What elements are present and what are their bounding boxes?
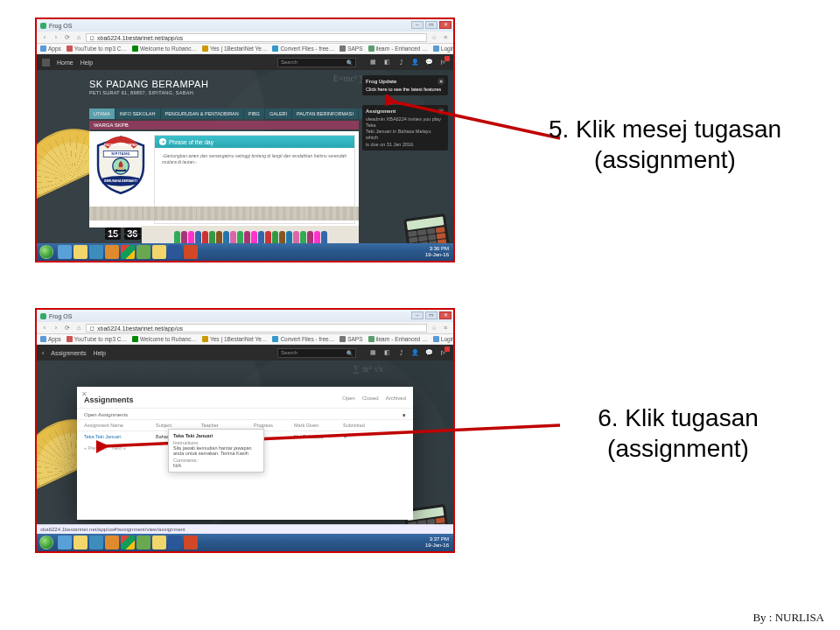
chat-icon[interactable]: 💬	[424, 58, 434, 67]
tab-utama[interactable]: UTAMA	[89, 108, 116, 119]
taskbar-ie-icon[interactable]	[58, 245, 72, 259]
taskbar-word-icon[interactable]	[168, 245, 182, 259]
taskbar-app-icon[interactable]	[89, 245, 103, 259]
bookmark-item[interactable]: Login to Frog	[433, 46, 453, 52]
bookmark-item[interactable]: Convert Files - free…	[272, 46, 334, 52]
tab-pautan[interactable]: PAUTAN BERINFORMASI	[292, 108, 359, 119]
search-input[interactable]: Search🔍	[277, 348, 356, 358]
bookmark-item[interactable]: YouTube to mp3 C…	[66, 336, 127, 342]
assignment-link[interactable]: Teka Teki Januari	[84, 434, 156, 439]
window-close-button[interactable]: ✕	[439, 312, 452, 319]
bookmark-item[interactable]: Welcome to Rubanc…	[132, 336, 197, 342]
window-maximize-button[interactable]: ▭	[425, 312, 438, 319]
taskbar-powerpoint-icon[interactable]	[184, 245, 198, 259]
tab-pibg[interactable]: PIBG	[244, 108, 265, 119]
nav-home-label[interactable]: Home	[57, 60, 74, 66]
nav-reload-icon[interactable]: ⟳	[63, 33, 72, 42]
bookmark-item[interactable]: SAPS	[340, 46, 362, 52]
window-minimize-button[interactable]: –	[411, 312, 424, 319]
url-field[interactable]: 🗋xba6224.1bestarinet.net/app/os	[86, 324, 427, 332]
taskbar-app-icon[interactable]	[136, 536, 150, 550]
nav-help-label[interactable]: Help	[80, 60, 93, 66]
user-icon[interactable]: 👤	[410, 348, 420, 358]
taskbar-chrome-icon[interactable]	[121, 245, 135, 259]
close-icon[interactable]: ✕	[438, 108, 444, 115]
share-icon[interactable]: ⤴	[396, 58, 406, 67]
window-maximize-button[interactable]: ▭	[425, 21, 438, 29]
subtab-open-assignments[interactable]: Open Assignments	[84, 412, 128, 417]
bookmark-star-icon[interactable]: ☆	[430, 33, 438, 42]
taskbar-clock[interactable]: 3:37 PM19-Jan-16	[425, 536, 451, 548]
filter-icon[interactable]: ▾	[402, 412, 406, 419]
taskbar-powerpoint-icon[interactable]	[184, 536, 198, 550]
bookmark-item[interactable]: Login to Frog	[433, 336, 453, 342]
taskbar-folder-icon[interactable]	[152, 245, 166, 259]
grid-icon[interactable]: ▦	[368, 348, 378, 358]
tab-pengurusan[interactable]: PENGURUSAN & PENTADBIRAN	[161, 108, 244, 119]
share-icon[interactable]: ⤴	[396, 348, 406, 358]
window-close-button[interactable]: ✕	[439, 21, 452, 29]
taskbar-ie-icon[interactable]	[58, 536, 72, 550]
tab-info-sekolah[interactable]: INFO SEKOLAH	[116, 108, 161, 119]
svg-text:PADANG BERAMPAH: PADANG BERAMPAH	[104, 144, 137, 147]
nav-home-icon[interactable]: ⌂	[74, 33, 83, 42]
nav-home-icon[interactable]: ⌂	[74, 324, 83, 332]
pager-next[interactable]: Next »	[112, 445, 126, 451]
phrase-header: ❝ Phrase of the day	[155, 136, 354, 148]
home-icon[interactable]	[42, 59, 50, 66]
nav-help-label[interactable]: Help	[93, 350, 105, 356]
nav-back-icon[interactable]: ‹	[40, 324, 49, 332]
bookmark-item[interactable]: Apps	[40, 46, 61, 52]
taskbar-chrome-icon[interactable]	[121, 536, 135, 550]
tab-archived[interactable]: Archived	[386, 396, 406, 401]
taskbar-app-icon[interactable]	[89, 536, 103, 550]
notification-icon[interactable]: 🏳	[438, 58, 448, 67]
bookmark-star-icon[interactable]: ☆	[430, 324, 438, 332]
nav-reload-icon[interactable]: ⟳	[63, 324, 72, 332]
grid-icon[interactable]: ▦	[368, 58, 378, 67]
taskbar-explorer-icon[interactable]	[74, 245, 88, 259]
window-minimize-button[interactable]: –	[411, 21, 424, 29]
app-icon[interactable]: ◧	[382, 58, 392, 67]
taskbar-explorer-icon[interactable]	[74, 536, 88, 550]
bookmark-item[interactable]: Apps	[40, 336, 61, 342]
taskbar-folder-icon[interactable]	[152, 536, 166, 550]
bookmark-item[interactable]: YouTube to mp3 C…	[66, 46, 127, 52]
start-button[interactable]	[39, 536, 53, 550]
assignment-notification-panel[interactable]: Assignment✕ vleadmin XBA6224 invites you…	[362, 105, 448, 150]
bookmark-item[interactable]: SAPS	[340, 336, 362, 342]
back-icon[interactable]: ‹	[42, 350, 44, 356]
nav-forward-icon[interactable]: ›	[52, 324, 60, 332]
nav-back-icon[interactable]: ‹	[40, 33, 49, 42]
nav-forward-icon[interactable]: ›	[52, 33, 60, 42]
bookmark-item[interactable]: ilearn - Enhanced …	[368, 336, 428, 342]
frog-update-panel[interactable]: Frog Update✕ Click here to see the lates…	[362, 75, 448, 95]
panel-body[interactable]: Click here to see the latest features	[366, 87, 444, 93]
browser-menu-icon[interactable]: ≡	[441, 324, 450, 332]
bookmark-item[interactable]: Convert Files - free…	[272, 336, 334, 342]
browser-menu-icon[interactable]: ≡	[441, 33, 450, 42]
panel-body[interactable]: vleadmin XBA6224 invites you play Teka T…	[366, 116, 444, 148]
tab-open[interactable]: Open	[342, 396, 355, 401]
pager-prev[interactable]: « Previous	[84, 445, 107, 451]
notification-icon[interactable]: 🏳	[438, 348, 448, 358]
taskbar-app-icon[interactable]	[136, 245, 150, 259]
search-input[interactable]: Search🔍	[277, 58, 356, 67]
taskbar-firefox-icon[interactable]	[105, 245, 119, 259]
chat-icon[interactable]: 💬	[424, 348, 434, 358]
url-field[interactable]: 🗋xba6224.1bestarinet.net/app/os	[86, 33, 427, 42]
close-icon[interactable]: ✕	[438, 78, 444, 85]
taskbar-word-icon[interactable]	[168, 536, 182, 550]
taskbar-firefox-icon[interactable]	[105, 536, 119, 550]
bookmark-item[interactable]: Welcome to Rubanc…	[132, 46, 197, 52]
start-button[interactable]	[39, 245, 53, 259]
taskbar-clock[interactable]: 3:36 PM19-Jan-16	[425, 246, 451, 257]
tab-galeri[interactable]: GALERI	[265, 108, 292, 119]
modal-close-icon[interactable]: ✕	[81, 390, 88, 398]
tab-closed[interactable]: Closed	[362, 396, 379, 401]
user-icon[interactable]: 👤	[410, 58, 420, 67]
bookmark-item[interactable]: Yes | 1BestariNet Ye…	[202, 46, 267, 52]
bookmark-item[interactable]: ilearn - Enhanced …	[368, 46, 428, 52]
app-icon[interactable]: ◧	[382, 348, 392, 358]
bookmark-item[interactable]: Yes | 1BestariNet Ye…	[202, 336, 267, 342]
